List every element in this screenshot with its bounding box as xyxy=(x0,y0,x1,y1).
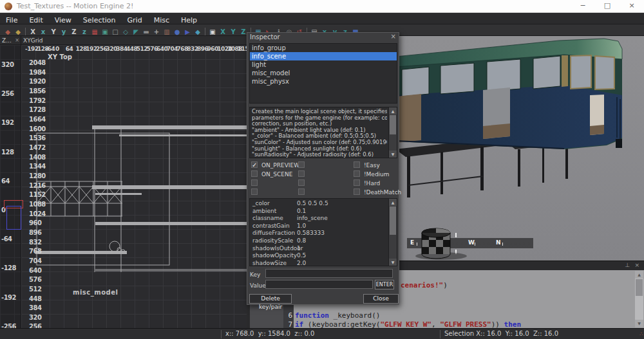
option-checkbox[interactable] xyxy=(298,179,305,186)
entity-list[interactable]: info_groupinfo_scenelightmisc_modelmisc_… xyxy=(249,43,397,104)
menu-bar: FileEditViewSelectionGridMiscHelp xyxy=(0,13,644,24)
perspective-viewport[interactable]: ESWN xyxy=(399,36,644,261)
entity-item-misc_physx[interactable]: misc_physx xyxy=(250,77,397,86)
option-checkbox[interactable] xyxy=(251,179,258,186)
enter-button[interactable]: ENTER xyxy=(375,280,394,289)
property-row[interactable]: shadowOpacity0.5 xyxy=(250,252,387,260)
scroll-thumb[interactable] xyxy=(390,206,396,235)
ruler-tick: -64 xyxy=(45,46,55,52)
-medium-checkbox[interactable] xyxy=(354,170,360,177)
option-checkbox[interactable] xyxy=(298,161,305,168)
scroll-up-icon[interactable]: ▲ xyxy=(389,199,397,206)
minimize-button[interactable]: − xyxy=(571,0,595,13)
property-key: shadowIsOutdoor xyxy=(252,245,303,252)
property-row[interactable]: _color0.5 0.5 0.5 xyxy=(250,200,387,208)
-hard-checkbox[interactable] xyxy=(354,179,360,186)
property-key: shadowSize xyxy=(252,260,287,266)
code-scrollbar[interactable]: ▲ ▼ xyxy=(635,271,643,327)
scroll-down-icon[interactable]: ▼ xyxy=(389,151,397,158)
ruler-tick: 1152 xyxy=(29,191,46,198)
title-bar: Test_Textures -- Motion Engine 2! − □ × xyxy=(0,0,644,13)
option-checkbox[interactable] xyxy=(298,170,305,177)
checkered-barrel xyxy=(409,225,470,260)
checkbox-label: !DeathMatch xyxy=(364,189,401,196)
ruler-tick: 2048 xyxy=(29,59,46,66)
option-checkbox[interactable] xyxy=(298,188,305,195)
delete-keypair-button[interactable]: Delete key/pair xyxy=(249,294,292,304)
entity-item-info_group[interactable]: info_group xyxy=(250,44,397,52)
ruler-tick: 320 xyxy=(1,61,14,68)
ruler-tick: 1664 xyxy=(29,116,46,123)
property-key: diffuseFraction xyxy=(252,230,295,236)
ruler-tick: -192 xyxy=(1,294,16,301)
property-value: 0.8 xyxy=(297,237,306,244)
key-input[interactable] xyxy=(265,269,393,278)
description-scrollbar[interactable]: ▲ ▼ xyxy=(388,107,397,158)
ruler-tick: 896 xyxy=(29,229,41,236)
scroll-up-icon[interactable]: ▲ xyxy=(635,271,643,279)
description-box: Creates the main logical scene object, i… xyxy=(249,107,397,158)
value-input[interactable] xyxy=(265,280,373,289)
close-button[interactable]: × xyxy=(620,0,644,13)
ruler-tick: 64 xyxy=(1,178,10,185)
property-row[interactable]: classnameinfo_scene xyxy=(250,215,387,223)
ruler-tick: 896 xyxy=(197,46,208,52)
ruler-tick: 192 xyxy=(86,46,97,52)
inspector-close-icon[interactable]: × xyxy=(391,33,396,40)
property-row[interactable]: shadowSize2.0 xyxy=(250,260,387,266)
entity-item-misc_model[interactable]: misc_model xyxy=(250,69,397,77)
entity-item-info_scene[interactable]: info_scene xyxy=(250,52,397,60)
compass-n: N xyxy=(496,239,501,246)
property-row[interactable]: ambient0.1 xyxy=(250,208,387,215)
property-key: radiosityScale xyxy=(252,237,293,244)
scroll-down-icon[interactable]: ▼ xyxy=(635,320,643,327)
on-scene-checkbox[interactable] xyxy=(251,170,258,177)
z-grid-panel-header[interactable]: Z... × ⊥ xyxy=(0,36,21,45)
property-scrollbar[interactable]: ▲ ▼ xyxy=(388,199,397,266)
xy-grid-panel[interactable]: XYGrid xyxy=(21,36,247,328)
scroll-thumb[interactable] xyxy=(636,279,643,296)
xy-grid-panel-header[interactable]: XYGrid xyxy=(21,36,247,45)
ruler-tick: 1472 xyxy=(29,144,46,151)
resize-grip[interactable]: ∴ xyxy=(639,331,643,337)
ruler-tick: 1792 xyxy=(29,97,46,104)
property-table[interactable]: _color0.5 0.5 0.5ambient0.1classnameinfo… xyxy=(249,198,397,266)
ruler-tick: -128 xyxy=(1,264,16,271)
entity-item-light[interactable]: light xyxy=(250,60,397,69)
close-dialog-button[interactable]: Close xyxy=(363,294,399,304)
ruler-tick: 1536 xyxy=(29,134,46,142)
script-pin-icon[interactable]: ⊥ xyxy=(625,262,630,268)
value-label: Value xyxy=(250,282,266,289)
code-line: function _keyboard() xyxy=(295,311,380,320)
inspector-dialog[interactable]: Inspector × info_groupinfo_scenelightmis… xyxy=(247,32,399,305)
property-value: 0.1 xyxy=(297,208,306,214)
-deathmatch-checkbox[interactable] xyxy=(354,188,360,195)
xy-grid-tab-label: XYGrid xyxy=(23,37,43,44)
ruler-tick: 320 xyxy=(106,46,117,52)
property-value: 0.5 0.5 0.5 xyxy=(297,200,328,206)
xy-grid-viewport[interactable]: -192-128-6406412819225632038444851257664… xyxy=(21,45,247,328)
z-panel-close-icon[interactable]: × xyxy=(14,36,21,45)
property-row[interactable]: radiosityScale0.8 xyxy=(250,237,387,245)
maximize-button[interactable]: □ xyxy=(595,0,620,13)
property-key: classname xyxy=(252,215,283,221)
property-row[interactable]: contrastGain1.0 xyxy=(250,223,387,230)
scroll-thumb[interactable] xyxy=(390,115,396,134)
toolbar-separator xyxy=(25,28,26,35)
scroll-up-icon[interactable]: ▲ xyxy=(389,107,397,115)
option-checkbox[interactable] xyxy=(251,188,258,195)
ruler-tick: 1152 xyxy=(238,46,247,52)
script-close-icon[interactable]: × xyxy=(634,262,639,268)
ruler-tick: 64 xyxy=(66,46,73,52)
scroll-down-icon[interactable]: ▼ xyxy=(389,259,397,266)
ruler-tick: 704 xyxy=(167,46,178,52)
property-row[interactable]: shadowIsOutdoor1 xyxy=(250,245,387,253)
property-row[interactable]: diffuseFraction0.583333 xyxy=(250,230,387,237)
ruler-tick: 1920 xyxy=(29,78,46,85)
-easy-checkbox[interactable] xyxy=(354,161,360,168)
status-bar: x:: 768.0 y:: 1584.0 z:: 0.0 Selection X… xyxy=(0,328,644,339)
ruler-tick: 128 xyxy=(76,46,87,52)
ruler-tick: 704 xyxy=(29,257,41,264)
on-preview-checkbox[interactable]: ✓ xyxy=(251,161,258,168)
property-key: _color xyxy=(252,200,270,206)
